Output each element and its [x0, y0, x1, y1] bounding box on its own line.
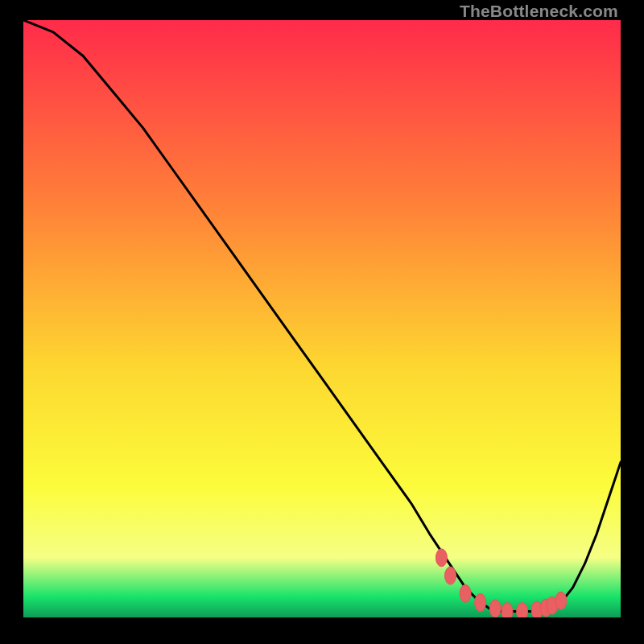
marker-point — [555, 592, 567, 609]
marker-point — [489, 600, 501, 617]
gradient-background — [23, 20, 621, 617]
marker-point — [517, 603, 528, 617]
watermark-text: TheBottleneck.com — [460, 2, 618, 21]
chart-frame — [23, 20, 621, 617]
marker-point — [445, 567, 456, 584]
marker-point — [475, 594, 486, 612]
chart-svg — [23, 20, 621, 617]
marker-point — [436, 549, 447, 567]
marker-point — [460, 584, 471, 602]
marker-point — [502, 603, 513, 617]
